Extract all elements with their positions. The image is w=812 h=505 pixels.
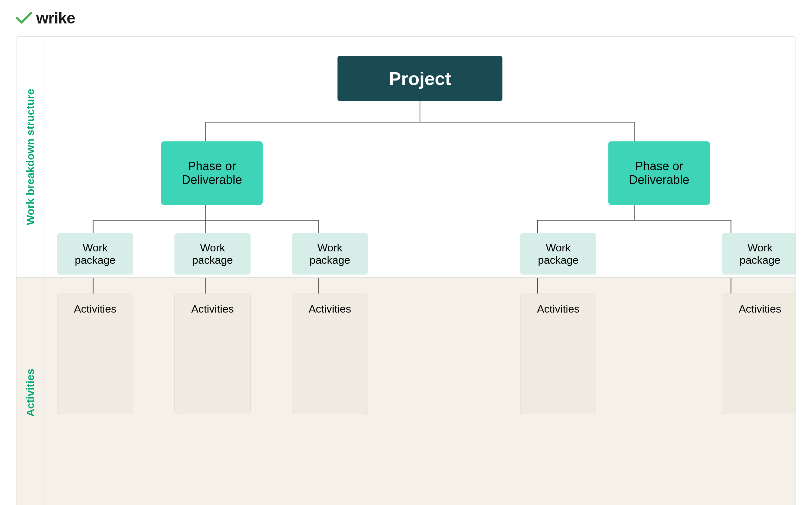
wbs-section: Project Phase or Deliverable Phase or De… xyxy=(44,37,796,278)
project-node: Project xyxy=(337,56,503,101)
work-package-node-5: Work package xyxy=(722,233,796,275)
work-package-node-4: Work package xyxy=(520,233,596,275)
work-package-node-3: Work package xyxy=(292,233,368,275)
activities-node-3: Activities xyxy=(292,294,368,414)
wrike-logo: wrike xyxy=(16,9,75,27)
activities-node-4: Activities xyxy=(520,294,596,414)
activities-node-1: Activities xyxy=(57,294,133,414)
wrike-checkmark-icon xyxy=(16,12,32,24)
activities-section: Activities Activities Activities Activit… xyxy=(44,278,796,505)
sidebar: Work breakdown structure Activities xyxy=(16,37,44,505)
activities-connectors-svg xyxy=(44,278,796,505)
activities-node-5: Activities xyxy=(722,294,796,414)
sidebar-activities: Activities xyxy=(16,278,44,505)
wrike-brand-name: wrike xyxy=(36,9,75,27)
wbs-label: Work breakdown structure xyxy=(24,89,36,225)
work-package-node-1: Work package xyxy=(57,233,133,275)
work-package-node-2: Work package xyxy=(174,233,251,275)
diagram-area: Project Phase or Deliverable Phase or De… xyxy=(44,37,796,505)
phase-node-1: Phase or Deliverable xyxy=(161,141,263,205)
page: wrike Work breakdown structure Activitie… xyxy=(0,0,812,505)
main-container: Work breakdown structure Activities xyxy=(16,36,796,505)
activities-label: Activities xyxy=(24,369,36,416)
header: wrike xyxy=(0,0,812,36)
phase-node-2: Phase or Deliverable xyxy=(608,141,710,205)
sidebar-wbs: Work breakdown structure xyxy=(16,37,44,278)
activities-node-2: Activities xyxy=(174,294,251,414)
